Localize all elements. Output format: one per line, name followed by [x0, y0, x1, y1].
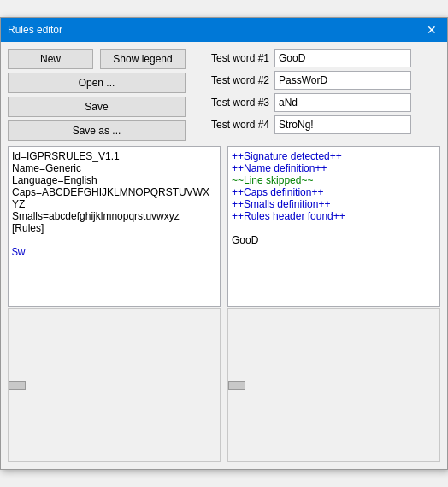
new-button[interactable]: New: [8, 49, 93, 69]
test-word-input-2[interactable]: [274, 71, 411, 90]
test-word-input-3[interactable]: [274, 93, 411, 112]
output-scrollbar-h[interactable]: [227, 308, 440, 462]
output-pane[interactable]: ++Signature detected++ ++Name definition…: [227, 146, 440, 307]
title-bar: Rules editor ✕: [1, 18, 447, 42]
test-word-input-4[interactable]: [274, 115, 411, 134]
left-buttons-panel: New Show legend Open ... Save Save as ..…: [8, 49, 186, 141]
test-word-row-2: Test word #2: [192, 71, 440, 90]
test-word-input-1[interactable]: [274, 49, 411, 67]
window-content: New Show legend Open ... Save Save as ..…: [1, 42, 447, 469]
test-word-label-1: Test word #1: [192, 52, 269, 64]
output-pane-wrapper: ++Signature detected++ ++Name definition…: [227, 146, 440, 462]
close-button[interactable]: ✕: [423, 21, 440, 38]
test-word-label-2: Test word #2: [192, 74, 269, 86]
editor-scrollbar-thumb[interactable]: [9, 381, 26, 390]
output-content: ++Signature detected++ ++Name definition…: [232, 150, 436, 246]
output-scrollbar-thumb[interactable]: [228, 381, 245, 390]
editor-content: Id=IGPRSRULES_V1.1 Name=Generic Language…: [12, 150, 216, 258]
save-button[interactable]: Save: [8, 97, 186, 117]
window-title: Rules editor: [8, 24, 62, 36]
editor-pane-wrapper: Id=IGPRSRULES_V1.1 Name=Generic Language…: [8, 146, 221, 462]
save-as-button[interactable]: Save as ...: [8, 120, 186, 141]
test-word-row-4: Test word #4: [192, 115, 440, 134]
test-word-row-3: Test word #3: [192, 93, 440, 112]
editor-scrollbar-h[interactable]: [8, 308, 221, 462]
editor-pane[interactable]: Id=IGPRSRULES_V1.1 Name=Generic Language…: [8, 146, 221, 307]
test-word-row-1: Test word #1: [192, 49, 440, 67]
open-button[interactable]: Open ...: [8, 73, 186, 93]
test-word-label-4: Test word #4: [192, 119, 269, 131]
test-word-label-3: Test word #3: [192, 97, 269, 109]
test-words-section: Test word #1 Test word #2 Test word #3 T…: [192, 49, 440, 141]
show-legend-button[interactable]: Show legend: [100, 49, 186, 69]
rules-editor-window: Rules editor ✕ New Show legend Open ... …: [0, 17, 448, 470]
